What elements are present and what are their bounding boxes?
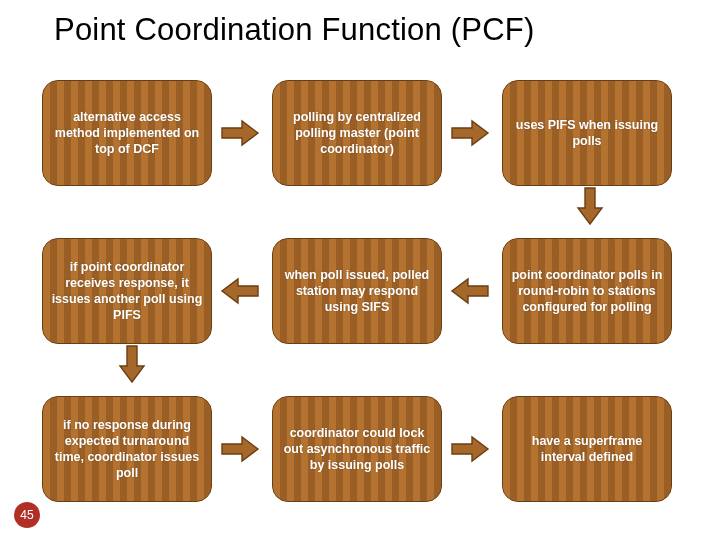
arrow-right-icon bbox=[220, 119, 260, 147]
card-text: have a superframe interval defined bbox=[511, 433, 663, 466]
arrow-left-icon bbox=[450, 277, 490, 305]
card-text: when poll issued, polled station may res… bbox=[281, 267, 433, 316]
arrow-right-icon bbox=[450, 119, 490, 147]
card-text: polling by centralized polling master (p… bbox=[281, 109, 433, 158]
card-r3c1: if no response during expected turnaroun… bbox=[42, 396, 212, 502]
slide-number-badge: 45 bbox=[14, 502, 40, 528]
diagram-grid: alternative access method implemented on… bbox=[0, 80, 720, 520]
arrow-left-icon bbox=[220, 277, 260, 305]
card-r2c2: when poll issued, polled station may res… bbox=[272, 238, 442, 344]
arrow-right-icon bbox=[450, 435, 490, 463]
arrow-down-icon bbox=[570, 192, 610, 220]
card-text: alternative access method implemented on… bbox=[51, 109, 203, 158]
slide: Point Coordination Function (PCF) altern… bbox=[0, 0, 720, 540]
arrow-right-icon bbox=[220, 435, 260, 463]
card-r2c1: if point coordinator receives response, … bbox=[42, 238, 212, 344]
page-title: Point Coordination Function (PCF) bbox=[54, 12, 696, 48]
card-r3c3: have a superframe interval defined bbox=[502, 396, 672, 502]
card-r1c3: uses PIFS when issuing polls bbox=[502, 80, 672, 186]
card-r2c3: point coordinator polls in round-robin t… bbox=[502, 238, 672, 344]
card-r1c2: polling by centralized polling master (p… bbox=[272, 80, 442, 186]
card-text: if point coordinator receives response, … bbox=[51, 259, 203, 324]
arrow-down-icon bbox=[112, 350, 152, 378]
card-text: coordinator could lock out asynchronous … bbox=[281, 425, 433, 474]
card-r1c1: alternative access method implemented on… bbox=[42, 80, 212, 186]
card-text: point coordinator polls in round-robin t… bbox=[511, 267, 663, 316]
card-r3c2: coordinator could lock out asynchronous … bbox=[272, 396, 442, 502]
card-text: if no response during expected turnaroun… bbox=[51, 417, 203, 482]
slide-number: 45 bbox=[20, 508, 33, 522]
card-text: uses PIFS when issuing polls bbox=[511, 117, 663, 150]
